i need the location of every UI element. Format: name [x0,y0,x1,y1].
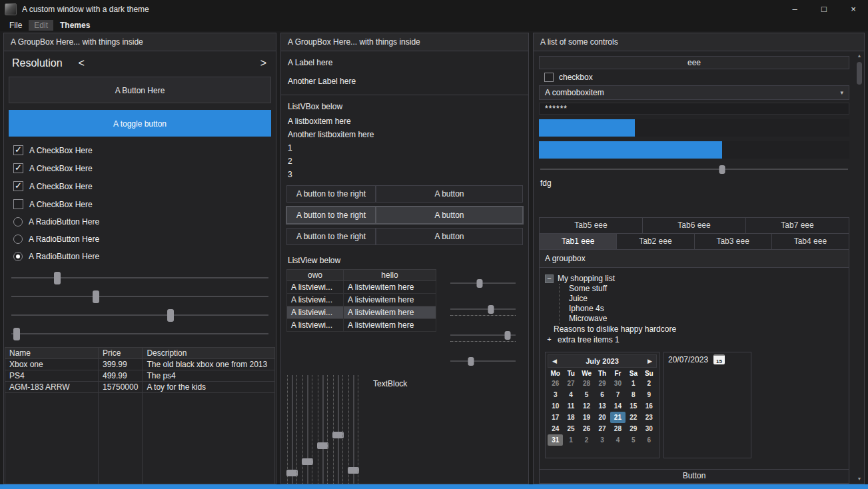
calendar-day[interactable]: 25 [563,423,578,434]
collapse-icon[interactable]: − [545,274,554,283]
listview-row[interactable]: A listviewi... A listviewitem here [287,319,436,332]
calendar-day[interactable]: 22 [626,412,641,423]
slider[interactable] [11,290,268,302]
slider[interactable] [11,328,268,339]
calendar-day[interactable]: 4 [563,389,578,400]
tab-tab4[interactable]: Tab4 eee [771,233,849,250]
slider-thumb[interactable] [286,470,298,476]
slider[interactable] [450,331,516,340]
calendar-day[interactable]: 23 [642,412,657,423]
carousel-next-icon[interactable]: > [260,57,266,69]
table-row[interactable]: Xbox one 399.99 The old black xbox one f… [5,358,275,370]
table-row[interactable]: PS4 499.99 The ps4 [5,370,275,381]
slider-thumb[interactable] [468,357,474,366]
calendar-day[interactable]: 16 [642,400,657,412]
calendar-day[interactable]: 13 [594,400,610,412]
calendar-day[interactable]: 3 [594,434,610,446]
tab-tab2[interactable]: Tab2 eee [616,233,694,250]
tab-tab3[interactable]: Tab3 eee [694,233,772,250]
tree-item[interactable]: Reasons to dislike happy hardcore [545,324,843,334]
vertical-slider[interactable] [332,375,344,484]
slider-thumb[interactable] [719,165,725,174]
calendar-day[interactable]: 3 [548,389,563,400]
listview-row[interactable]: A listviewi... A listviewitem here [287,294,436,306]
slider[interactable] [450,279,516,288]
datepicker[interactable]: 20/07/2023 15 [664,352,751,366]
calendar-day[interactable]: 30 [610,378,626,389]
vertical-slider[interactable] [286,375,298,484]
calendar-day[interactable]: 2 [579,434,594,446]
calendar-icon[interactable]: 15 [713,354,725,364]
column-header[interactable]: hello [344,270,436,281]
vertical-slider[interactable] [302,375,313,484]
listview-row-selected[interactable]: A listviewi... A listviewitem here [287,306,436,319]
checkbox-row[interactable]: ✓ A CheckBox Here [4,142,276,159]
calendar-month-label[interactable]: July 2023 [557,357,648,365]
slider-thumb[interactable] [505,331,511,340]
calendar-prev-icon[interactable]: ◀ [552,358,557,364]
a-button-here[interactable]: A Button Here [9,77,271,103]
column-header[interactable]: owo [287,270,344,281]
calendar-next-icon[interactable]: ▶ [648,358,652,364]
tree-item-collapsed[interactable]: + extra tree items 1 [545,334,843,345]
tree-item[interactable]: Iphone 4s [569,304,843,314]
calendar-day[interactable]: 6 [642,434,657,446]
calendar-day[interactable]: 10 [548,400,563,412]
scroll-up-icon[interactable]: ▲ [855,51,864,61]
slider[interactable] [11,272,268,283]
column-header[interactable]: Price [99,347,143,358]
slider-thumb[interactable] [317,442,328,449]
calendar-day[interactable]: 17 [548,412,563,423]
calendar-day[interactable]: 30 [642,423,657,434]
tree-item[interactable]: Juice [569,294,843,304]
calendar-day[interactable]: 2 [642,378,657,389]
calendar-day[interactable]: 4 [610,434,626,446]
calendar-day[interactable]: 1 [563,434,578,446]
calendar-day[interactable]: 11 [563,400,578,412]
tab-tab6[interactable]: Tab6 eee [642,217,746,234]
calendar-day[interactable]: 12 [579,400,594,412]
slider[interactable] [11,309,268,320]
right-aligned-button[interactable]: A button to the right [286,207,376,224]
calendar-day[interactable]: 7 [610,389,626,400]
scrollbar[interactable]: ▲ ▼ [855,51,864,484]
scrollbar-thumb[interactable] [857,62,862,85]
tab-tab5[interactable]: Tab5 eee [539,217,643,234]
calendar-day[interactable]: 20 [594,412,610,423]
slider-thumb[interactable] [54,272,61,284]
tree-item[interactable]: Microwave [569,314,843,324]
minimize-button[interactable]: – [780,0,809,19]
slider-thumb[interactable] [332,432,344,438]
vertical-slider[interactable] [317,375,328,484]
radiobutton-row[interactable]: A RadioButton Here [4,231,276,247]
calendar-day[interactable]: 5 [626,434,641,446]
calendar-day[interactable]: 29 [626,423,641,434]
slider-thumb[interactable] [13,328,20,340]
close-button[interactable]: × [839,0,868,19]
tab-tab1[interactable]: Tab1 eee [539,233,617,250]
expand-icon[interactable]: + [545,336,554,344]
eee-button[interactable]: eee [539,56,849,69]
calendar-day[interactable]: 1 [626,378,641,389]
slider-thumb[interactable] [477,279,483,288]
listbox-item[interactable]: Another listboxitem here [281,128,528,141]
tree-item[interactable]: Some stuff [569,284,843,294]
calendar-day[interactable]: 21 [610,412,626,423]
column-header[interactable]: Description [143,347,275,358]
slider-thumb[interactable] [348,467,359,474]
calendar-day[interactable]: 14 [610,400,626,412]
menu-file[interactable]: File [4,20,27,31]
menu-themes[interactable]: Themes [55,20,95,31]
slider-thumb[interactable] [167,309,174,322]
calendar-day[interactable]: 15 [626,400,641,412]
carousel-prev-icon[interactable]: < [79,57,85,69]
right-aligned-button[interactable]: A button to the right [286,185,376,203]
calendar-day[interactable]: 24 [548,423,563,434]
calendar-day[interactable]: 5 [579,389,594,400]
calendar-day[interactable]: 31 [548,434,563,446]
slider-thumb[interactable] [93,290,99,303]
right-aligned-button[interactable]: A button to the right [286,228,376,245]
a-button[interactable]: A button [376,207,523,224]
calendar-day[interactable]: 8 [626,389,641,400]
checkbox-row[interactable]: ✓ A CheckBox Here [4,160,276,177]
